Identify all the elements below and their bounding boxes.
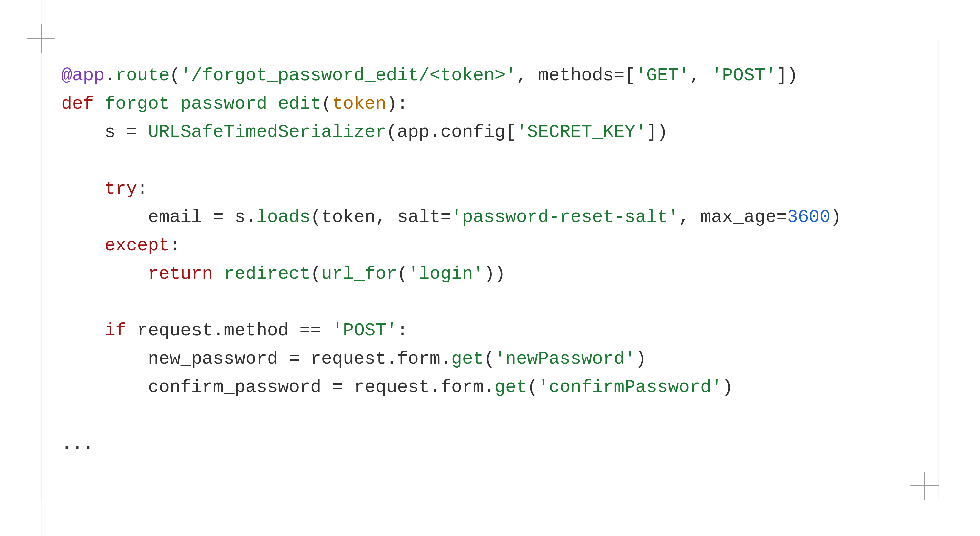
code-token: 'SECRET_KEY' <box>516 122 646 143</box>
code-token: ) <box>635 349 646 369</box>
code-token: . <box>386 349 397 369</box>
code-token: = <box>332 377 343 398</box>
code-token: 'confirmPassword' <box>538 377 722 398</box>
code-token: 'login' <box>408 263 484 284</box>
code-token: redirect <box>224 263 310 284</box>
code-token: config[ <box>441 122 516 143</box>
code-token: 3600 <box>787 207 830 227</box>
code-token: token <box>332 94 386 114</box>
code-token: =[ <box>614 65 635 86</box>
code-token: == <box>299 320 321 341</box>
code-token: . <box>430 377 441 398</box>
code-token: ]) <box>776 65 798 86</box>
code-token: form <box>441 377 484 398</box>
code-token: . <box>105 65 115 86</box>
code-token: forgot_password_edit <box>105 94 321 114</box>
code-token: request <box>299 349 386 369</box>
code-token: 'POST' <box>332 320 397 341</box>
code-token <box>213 263 224 284</box>
code-token: , max_age <box>679 207 776 227</box>
code-token: method <box>224 320 299 341</box>
code-token <box>321 320 332 341</box>
code-token: URLSafeTimedSerializer <box>148 122 386 143</box>
code-token: = <box>213 207 224 227</box>
code-token: new_password <box>61 349 289 369</box>
code-token: . <box>430 122 441 143</box>
code-token: , <box>690 65 711 86</box>
code-token: ( <box>310 263 321 284</box>
code-token: url_for <box>321 263 397 284</box>
code-token: ( <box>321 94 332 114</box>
code-token: loads <box>256 207 310 227</box>
code-token: ( <box>170 65 181 86</box>
code-token <box>137 122 148 143</box>
code-token: ( <box>527 377 538 398</box>
code-token: get <box>495 377 527 398</box>
code-block: @app.route('/forgot_password_edit/<token… <box>61 61 928 484</box>
code-token: s <box>224 207 245 227</box>
code-token: form <box>397 349 441 369</box>
code-token: : <box>137 178 148 199</box>
code-token: '/forgot_password_edit/<token>' <box>181 65 516 86</box>
code-token: return <box>148 263 213 284</box>
code-token: ]) <box>646 122 668 143</box>
code-token: = <box>126 122 137 143</box>
code-token: . <box>484 377 495 398</box>
code-token: . <box>245 207 256 227</box>
code-token: except <box>105 235 170 256</box>
code-token: . <box>441 349 451 369</box>
code-token: if <box>105 320 126 341</box>
code-token <box>94 94 105 114</box>
code-token: . <box>213 320 224 341</box>
code-token: ( <box>397 263 408 284</box>
code-token: ... <box>61 434 94 454</box>
code-token: request <box>343 377 430 398</box>
code-token <box>61 320 105 341</box>
code-token: email <box>61 207 213 227</box>
code-token: ): <box>386 94 408 114</box>
code-token: ( <box>484 349 495 369</box>
code-token: try <box>105 178 137 199</box>
code-token: = <box>289 349 300 369</box>
code-token <box>61 235 105 256</box>
code-token: route <box>115 65 170 86</box>
code-token: request <box>126 320 213 341</box>
code-token: ) <box>830 207 842 227</box>
code-token <box>61 178 105 199</box>
code-token: confirm_password <box>61 377 332 398</box>
code-token: def <box>61 94 94 114</box>
code-token: ) <box>722 377 733 398</box>
code-token: s <box>61 122 126 143</box>
code-token: 'POST' <box>711 65 776 86</box>
code-token: (token, salt <box>310 207 441 227</box>
code-content: @app.route('/forgot_password_edit/<token… <box>61 61 928 458</box>
code-token: : <box>170 235 181 256</box>
code-token: : <box>397 320 408 341</box>
code-token: 'password-reset-salt' <box>451 207 679 227</box>
code-token: get <box>451 349 484 369</box>
code-token: )) <box>484 263 506 284</box>
code-token: = <box>776 207 787 227</box>
code-token: (app <box>386 122 430 143</box>
code-token: = <box>441 207 451 227</box>
code-token: , methods <box>516 65 614 86</box>
code-token: @app <box>61 65 105 86</box>
code-token <box>61 263 148 284</box>
code-token: 'newPassword' <box>495 349 635 369</box>
code-token: 'GET' <box>635 65 690 86</box>
